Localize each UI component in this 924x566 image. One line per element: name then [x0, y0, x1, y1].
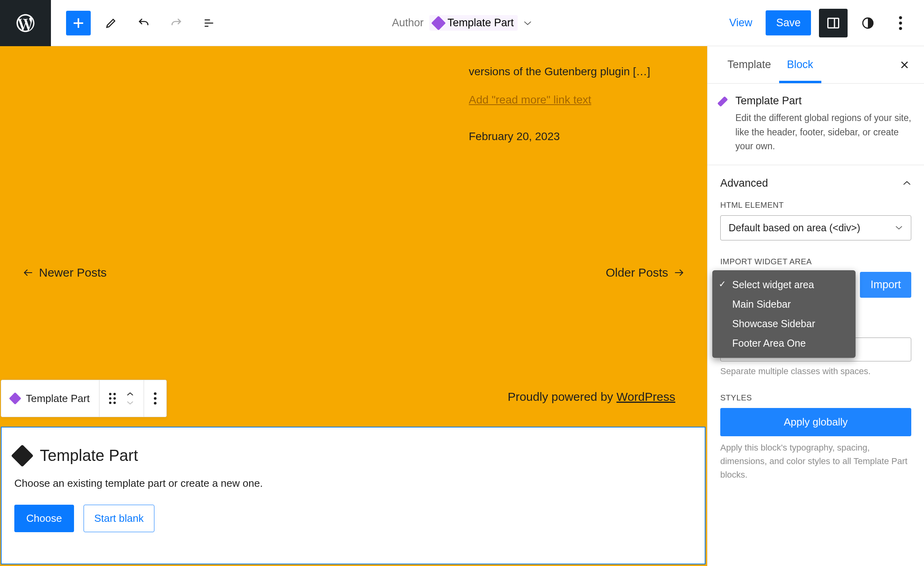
tab-template[interactable]: Template [719, 46, 779, 83]
block-card-title: Template Part [735, 95, 911, 107]
svg-rect-0 [828, 18, 839, 28]
list-view-icon [203, 17, 215, 29]
chevron-up-icon [903, 180, 911, 186]
wordpress-icon [15, 12, 36, 34]
svg-point-4 [899, 27, 902, 30]
redo-button[interactable] [164, 11, 189, 35]
template-part-icon [11, 444, 34, 467]
svg-point-7 [154, 402, 157, 405]
edit-icon [105, 17, 117, 29]
advanced-panel-toggle[interactable]: Advanced [720, 173, 911, 193]
chevron-down-icon [523, 20, 532, 26]
widget-area-option[interactable]: Select widget area [712, 275, 856, 295]
sidebar-tabs: Template Block [708, 46, 924, 84]
drag-handle[interactable] [99, 380, 144, 417]
list-view-button[interactable] [197, 11, 221, 35]
undo-icon [137, 17, 150, 29]
save-button[interactable]: Save [766, 10, 811, 35]
widget-area-option[interactable]: Main Sidebar [712, 295, 856, 314]
post-date: February 20, 2023 [469, 128, 684, 145]
placeholder-title: Template Part [40, 447, 138, 465]
footer-prefix: Proudly powered by [508, 390, 617, 403]
tools-button[interactable] [99, 11, 123, 35]
html-element-select[interactable]: Default based on area (<div>) [720, 215, 911, 240]
options-button[interactable] [888, 11, 913, 35]
widget-area-option[interactable]: Showcase Sidebar [712, 314, 856, 334]
block-card: Template Part Edit the different global … [708, 84, 924, 165]
block-toolbar-label: Template Part [26, 392, 90, 405]
tab-block[interactable]: Block [779, 46, 821, 83]
wp-logo[interactable] [0, 0, 51, 46]
arrow-left-icon [23, 269, 33, 277]
newer-posts-label: Newer Posts [39, 266, 107, 279]
redo-icon [170, 17, 183, 29]
sidebar-toggle-button[interactable] [819, 9, 848, 37]
widget-area-dropdown: Select widget area Main Sidebar Showcase… [712, 270, 856, 358]
styles-icon [861, 16, 875, 30]
styles-label: STYLES [720, 393, 911, 402]
older-posts-label: Older Posts [606, 266, 668, 279]
block-options-button[interactable] [144, 380, 166, 417]
newer-posts-link[interactable]: Newer Posts [23, 266, 107, 279]
html-element-value: Default based on area (<div>) [729, 222, 860, 234]
advanced-title: Advanced [720, 177, 768, 189]
editor-canvas[interactable]: versions of the Gutenberg plugin […] Add… [0, 46, 707, 566]
arrow-right-icon [674, 269, 684, 277]
apply-globally-button[interactable]: Apply globally [720, 408, 911, 436]
chevron-down-icon [895, 225, 903, 230]
plus-icon [71, 16, 86, 30]
settings-sidebar: Template Block Template Part Edit the di… [707, 46, 924, 566]
svg-point-6 [154, 397, 157, 400]
placeholder-description: Choose an existing template part or crea… [14, 477, 692, 490]
top-toolbar: Author Template Part View Save [0, 0, 924, 46]
chevron-up-icon[interactable] [126, 392, 134, 396]
styles-button[interactable] [856, 11, 880, 35]
excerpt-text: versions of the Gutenberg plugin […] [469, 65, 650, 78]
widget-area-option[interactable]: Footer Area One [712, 334, 856, 353]
more-vertical-icon [154, 392, 157, 405]
close-icon [899, 60, 910, 70]
site-footer-credit: Proudly powered by WordPress [508, 390, 675, 404]
doc-label-prefix: Author [392, 17, 424, 29]
close-sidebar-button[interactable] [897, 57, 912, 72]
start-blank-button[interactable]: Start blank [84, 505, 154, 532]
drag-icon [109, 393, 116, 404]
template-part-placeholder: Template Part Choose an existing templat… [1, 427, 706, 564]
import-button[interactable]: Import [860, 272, 911, 298]
svg-point-2 [899, 16, 902, 19]
template-part-icon [717, 96, 728, 107]
older-posts-link[interactable]: Older Posts [606, 266, 684, 279]
import-widget-area-label: IMPORT WIDGET AREA [720, 257, 911, 266]
sidebar-icon [826, 16, 840, 30]
wordpress-link[interactable]: WordPress [616, 390, 675, 403]
template-part-icon [431, 16, 446, 30]
document-title[interactable]: Author Template Part [392, 15, 532, 31]
add-block-button[interactable] [66, 11, 91, 35]
html-element-label: HTML ELEMENT [720, 201, 911, 210]
template-part-icon [9, 392, 21, 404]
chevron-down-icon[interactable] [126, 400, 134, 405]
post-excerpt: versions of the Gutenberg plugin […] Add… [469, 63, 684, 145]
read-more-link[interactable]: Add "read more" link text [469, 91, 684, 108]
more-vertical-icon [899, 16, 903, 30]
apply-globally-help: Apply this block's typography, spacing, … [720, 441, 911, 482]
view-link[interactable]: View [723, 17, 758, 29]
css-classes-help: Separate multiple classes with spaces. [720, 366, 911, 377]
doc-label: Template Part [447, 17, 514, 29]
pagination: Newer Posts Older Posts [0, 266, 707, 279]
svg-point-5 [154, 392, 157, 395]
block-card-desc: Edit the different global regions of you… [735, 111, 911, 154]
block-toolbar: Template Part [1, 380, 167, 417]
choose-button[interactable]: Choose [14, 505, 74, 532]
undo-button[interactable] [131, 11, 156, 35]
svg-point-3 [899, 21, 902, 25]
